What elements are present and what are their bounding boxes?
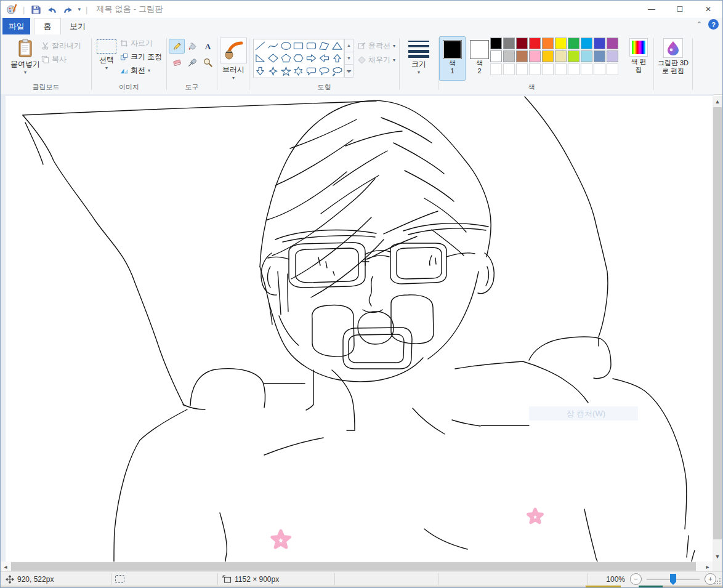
- fill-tool-button[interactable]: [184, 39, 200, 54]
- palette-swatch-empty[interactable]: [503, 63, 515, 75]
- pencil-tool-button[interactable]: [169, 39, 185, 54]
- shape-callout-oval[interactable]: [318, 65, 330, 77]
- shape-right-triangle[interactable]: [254, 52, 266, 64]
- shape-fill-button[interactable]: 채우기▾: [358, 55, 395, 65]
- palette-swatch[interactable]: [542, 38, 554, 49]
- palette-swatch[interactable]: [607, 50, 618, 62]
- shape-pentagon[interactable]: [280, 52, 292, 64]
- palette-swatch[interactable]: [516, 50, 528, 62]
- tab-home[interactable]: 홈: [34, 18, 61, 34]
- tab-view[interactable]: 보기: [63, 18, 92, 34]
- resize-button[interactable]: 크기 조정: [120, 52, 162, 62]
- palette-swatch[interactable]: [490, 50, 502, 62]
- shapes-scroll-up[interactable]: ▲: [344, 39, 353, 52]
- paste-button[interactable]: 붙여넣기 ▾: [8, 38, 42, 75]
- palette-swatch[interactable]: [555, 50, 567, 62]
- palette-swatch[interactable]: [529, 38, 541, 49]
- close-button[interactable]: ✕: [694, 1, 722, 18]
- size-button[interactable]: 크기 ▾: [405, 39, 433, 75]
- shape-line[interactable]: [254, 40, 266, 52]
- shape-callout-rounded[interactable]: [305, 65, 317, 77]
- palette-swatch-empty[interactable]: [594, 63, 605, 75]
- palette-swatch[interactable]: [594, 50, 605, 62]
- shape-arrow-right[interactable]: [305, 52, 317, 64]
- palette-swatch[interactable]: [503, 50, 515, 62]
- select-button[interactable]: 선택 ▾: [94, 39, 119, 71]
- shape-arrow-up[interactable]: [331, 52, 343, 64]
- palette-swatch[interactable]: [581, 50, 592, 62]
- shape-arrow-down[interactable]: [254, 65, 266, 77]
- brush-button[interactable]: 브러시 ▾: [219, 38, 248, 81]
- palette-swatch[interactable]: [542, 50, 554, 62]
- redo-button[interactable]: [62, 3, 74, 15]
- shape-rounded-rectangle[interactable]: [305, 40, 317, 52]
- shape-polygon[interactable]: [318, 40, 330, 52]
- palette-swatch[interactable]: [568, 38, 580, 49]
- undo-button[interactable]: [46, 3, 58, 15]
- copy-button[interactable]: 복사: [41, 54, 67, 65]
- palette-swatch[interactable]: [581, 38, 592, 49]
- shape-star-6[interactable]: [293, 65, 304, 77]
- magnifier-tool-button[interactable]: [200, 55, 216, 70]
- paint3d-button[interactable]: 그림판 3D로 편집: [655, 38, 692, 75]
- palette-swatch-empty[interactable]: [516, 63, 528, 75]
- shape-ellipse[interactable]: [280, 40, 292, 52]
- drawing-canvas[interactable]: 장 캡처(W): [6, 96, 714, 562]
- vertical-scrollbar[interactable]: ▲ ▼: [713, 96, 722, 562]
- palette-swatch-empty[interactable]: [555, 63, 567, 75]
- shape-outline-button[interactable]: 윤곽선▾: [358, 41, 395, 51]
- horizontal-scroll-thumb[interactable]: [11, 562, 696, 571]
- shape-rectangle[interactable]: [293, 40, 304, 52]
- palette-swatch-empty[interactable]: [607, 63, 618, 75]
- minimize-button[interactable]: —: [637, 1, 666, 18]
- vertical-scroll-thumb[interactable]: [713, 107, 722, 539]
- palette-swatch[interactable]: [529, 50, 541, 62]
- palette-swatch-empty[interactable]: [568, 63, 580, 75]
- shape-triangle[interactable]: [331, 40, 343, 52]
- shape-star-4[interactable]: [267, 65, 279, 77]
- shape-curve[interactable]: [267, 40, 279, 52]
- shape-diamond[interactable]: [267, 52, 279, 64]
- rotate-button[interactable]: 회전 ▾: [120, 65, 150, 76]
- text-tool-button[interactable]: A: [200, 39, 216, 54]
- tab-file[interactable]: 파일: [2, 18, 30, 34]
- shape-arrow-left[interactable]: [318, 52, 330, 64]
- shape-hexagon[interactable]: [293, 52, 304, 64]
- zoom-slider-thumb[interactable]: [670, 574, 676, 582]
- resize-grip[interactable]: [714, 578, 721, 585]
- palette-swatch[interactable]: [490, 38, 502, 49]
- palette-swatch[interactable]: [594, 38, 605, 49]
- maximize-button[interactable]: ☐: [666, 1, 694, 18]
- horizontal-scrollbar[interactable]: ◂ ▸: [1, 562, 714, 571]
- crop-button[interactable]: 자르기: [120, 38, 153, 49]
- shapes-more-button[interactable]: ▬▼: [344, 64, 353, 78]
- help-button[interactable]: ?: [708, 19, 719, 30]
- collapse-ribbon-chevron-icon[interactable]: ⌃: [697, 20, 702, 28]
- picker-tool-button[interactable]: [184, 55, 200, 70]
- scroll-up-icon[interactable]: ▲: [713, 96, 722, 107]
- scroll-right-icon[interactable]: ▸: [703, 562, 713, 571]
- palette-swatch-empty[interactable]: [542, 63, 554, 75]
- shape-star-5[interactable]: [280, 65, 292, 77]
- palette-swatch-empty[interactable]: [529, 63, 541, 75]
- qat-customize-dropdown[interactable]: ▾: [78, 6, 81, 12]
- zoom-slider[interactable]: [647, 574, 700, 584]
- scroll-left-icon[interactable]: ◂: [1, 562, 10, 571]
- cut-button[interactable]: 잘라내기: [41, 41, 81, 51]
- palette-swatch[interactable]: [503, 38, 515, 49]
- eraser-tool-button[interactable]: [169, 55, 185, 70]
- palette-swatch[interactable]: [555, 38, 567, 49]
- palette-swatch[interactable]: [568, 50, 580, 62]
- edit-colors-button[interactable]: 색 편집: [625, 38, 652, 74]
- palette-swatch[interactable]: [607, 38, 618, 49]
- palette-swatch-empty[interactable]: [581, 63, 592, 75]
- save-button[interactable]: [30, 3, 42, 15]
- palette-swatch-empty[interactable]: [490, 63, 502, 75]
- palette-swatch[interactable]: [516, 38, 528, 49]
- scroll-down-icon[interactable]: ▼: [713, 551, 722, 562]
- shape-callout-cloud[interactable]: [331, 65, 343, 77]
- color2-button[interactable]: 색 2: [466, 36, 493, 81]
- color1-button[interactable]: 색 1: [439, 36, 466, 81]
- shapes-scroll-down[interactable]: ▼: [344, 52, 353, 65]
- zoom-out-button[interactable]: −: [630, 573, 642, 585]
